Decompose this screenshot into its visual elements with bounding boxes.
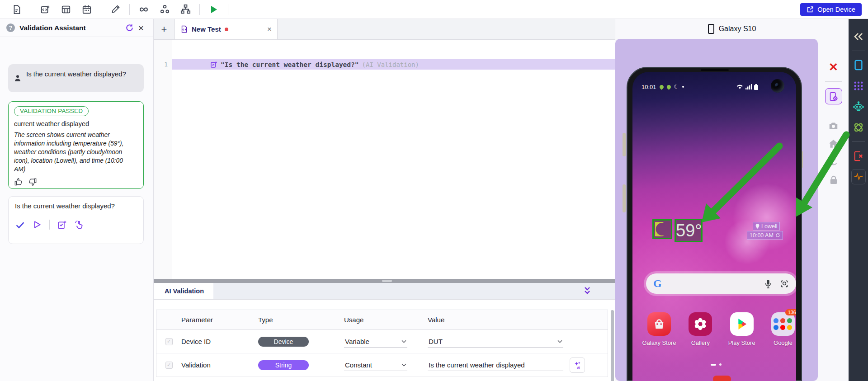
assistant-header: ? Validation Assistant × bbox=[0, 19, 153, 37]
parameter-table: Parameter Type Usage Value ✓ Device ID D… bbox=[156, 310, 608, 377]
page-dash bbox=[711, 364, 716, 366]
table-scrollbar[interactable] bbox=[611, 310, 614, 381]
editor-area: + New Test × 1 "Is the current weather d… bbox=[154, 19, 615, 381]
pencil-icon[interactable] bbox=[108, 3, 123, 16]
add-to-test-icon[interactable] bbox=[57, 220, 67, 230]
home-icon[interactable] bbox=[825, 136, 842, 152]
disconnect-device-icon[interactable] bbox=[851, 148, 866, 164]
table-header-row: Parameter Type Usage Value bbox=[156, 310, 608, 330]
file-icon[interactable] bbox=[9, 3, 24, 16]
calendar-icon[interactable] bbox=[79, 3, 94, 16]
location-pin-icon bbox=[666, 84, 672, 90]
weather-moon-widget[interactable] bbox=[652, 219, 672, 239]
horizontal-splitter[interactable] bbox=[154, 279, 615, 283]
app-galaxy-store[interactable]: Galaxy Store bbox=[641, 312, 678, 346]
device-header: Galaxy S10 bbox=[615, 19, 849, 39]
param-name: Device ID bbox=[181, 338, 258, 345]
camera-icon[interactable] bbox=[825, 118, 842, 134]
accept-check-icon[interactable] bbox=[15, 220, 25, 230]
highlighted-code-line[interactable]: "Is the current weather displayed?" (AI … bbox=[172, 59, 615, 70]
time-widget[interactable]: 10:00 AM bbox=[747, 231, 783, 240]
type-pill-string: String bbox=[258, 360, 309, 370]
value-text: DUT bbox=[429, 338, 443, 345]
status-dot bbox=[682, 86, 684, 88]
robot-assistant-icon[interactable] bbox=[851, 99, 866, 114]
close-icon[interactable]: × bbox=[135, 22, 147, 34]
status-time: 10:01 bbox=[642, 84, 656, 90]
screen-mode-icon[interactable] bbox=[825, 88, 842, 104]
svg-text:AI: AI bbox=[577, 366, 580, 369]
right-sidebar bbox=[849, 19, 868, 381]
tab-close-icon[interactable]: × bbox=[267, 25, 272, 34]
usage-select[interactable]: Variable bbox=[344, 336, 407, 348]
tab-ai-validation[interactable]: AI Validation bbox=[154, 283, 213, 299]
code-editor[interactable]: 1 "Is the current weather displayed?" (A… bbox=[154, 40, 615, 279]
refresh-icon[interactable] bbox=[123, 22, 135, 34]
app-google-folder[interactable]: 136 Google bbox=[764, 312, 796, 346]
ai-tap-icon[interactable] bbox=[74, 220, 84, 230]
google-search-bar[interactable]: G bbox=[646, 273, 796, 294]
header-usage: Usage bbox=[344, 316, 428, 324]
status-icons bbox=[736, 84, 758, 90]
tab-label: New Test bbox=[192, 25, 221, 33]
type-pill-device: Device bbox=[258, 337, 309, 347]
tab-new-test[interactable]: New Test × bbox=[175, 19, 278, 39]
usage-select[interactable]: Constant bbox=[344, 359, 407, 371]
lens-icon[interactable] bbox=[780, 279, 789, 288]
google-logo: G bbox=[653, 278, 662, 290]
strip-divider bbox=[825, 111, 842, 111]
suggested-validation-card: Is the current weather displayed? bbox=[8, 196, 144, 244]
toolbar-divider bbox=[101, 4, 101, 15]
collapse-sidebar-icon[interactable] bbox=[851, 29, 866, 44]
logs-pulse-icon[interactable] bbox=[851, 169, 866, 184]
device-panel: Galaxy S10 10:01 ☾ bbox=[615, 19, 849, 381]
code-annotation: (AI Validation) bbox=[362, 61, 419, 68]
rail-divider bbox=[852, 51, 865, 51]
row-checkbox[interactable]: ✓ bbox=[165, 338, 173, 345]
apps-grid-icon[interactable] bbox=[851, 78, 866, 94]
lock-icon[interactable] bbox=[825, 172, 842, 188]
automation-atom-icon[interactable] bbox=[851, 120, 866, 135]
speaker-slit bbox=[701, 69, 729, 71]
new-tab-button[interactable]: + bbox=[154, 19, 175, 39]
ai-generate-button[interactable]: AI bbox=[570, 357, 585, 373]
app-gallery[interactable]: Gallery bbox=[682, 312, 719, 346]
line-number-gutter: 1 bbox=[154, 40, 172, 279]
wifi-icon bbox=[736, 84, 743, 89]
location-widget[interactable]: Lowell bbox=[753, 222, 780, 230]
open-device-button[interactable]: Open Device bbox=[800, 3, 862, 16]
infinity-icon[interactable] bbox=[136, 3, 151, 16]
thumbs-down-icon[interactable] bbox=[28, 178, 38, 187]
app-play-store[interactable]: Play Store bbox=[723, 312, 760, 346]
table-icon[interactable] bbox=[58, 3, 74, 16]
sitemap-icon[interactable] bbox=[178, 3, 193, 16]
help-icon[interactable]: ? bbox=[6, 24, 15, 32]
device-manager-icon[interactable] bbox=[851, 57, 866, 73]
battery-icon bbox=[754, 84, 758, 90]
value-select[interactable]: DUT bbox=[428, 336, 563, 348]
splitter-handle[interactable] bbox=[382, 280, 392, 282]
row-checkbox[interactable]: ✓ bbox=[165, 362, 173, 369]
param-name: Validation bbox=[181, 361, 258, 369]
rotate-swap-icon[interactable] bbox=[825, 154, 842, 170]
device-screen-view[interactable]: 10:01 ☾ bbox=[615, 39, 818, 381]
phone-screen[interactable]: 10:01 ☾ bbox=[632, 72, 796, 381]
temperature-value: 59° bbox=[676, 220, 701, 241]
page-dot bbox=[719, 363, 722, 366]
run-validation-icon[interactable] bbox=[32, 220, 42, 230]
validation-text-input[interactable]: Is the current weather displayed bbox=[428, 359, 563, 371]
thumbs-up-icon[interactable] bbox=[14, 178, 23, 187]
collapse-panel-icon[interactable] bbox=[583, 287, 591, 296]
phone-icon bbox=[708, 24, 714, 34]
front-camera bbox=[771, 79, 784, 93]
galaxy-store-icon bbox=[647, 312, 671, 336]
mic-icon[interactable] bbox=[764, 279, 772, 288]
home-page-indicator bbox=[711, 363, 722, 366]
app-label: Play Store bbox=[728, 339, 755, 346]
close-device-icon[interactable]: ✕ bbox=[825, 59, 842, 75]
temperature-widget[interactable]: 59° bbox=[675, 219, 703, 242]
nodes-icon[interactable] bbox=[157, 3, 172, 16]
suggested-question-text: Is the current weather displayed? bbox=[15, 202, 137, 210]
run-icon[interactable] bbox=[206, 3, 222, 16]
code-add-icon[interactable] bbox=[38, 3, 53, 16]
